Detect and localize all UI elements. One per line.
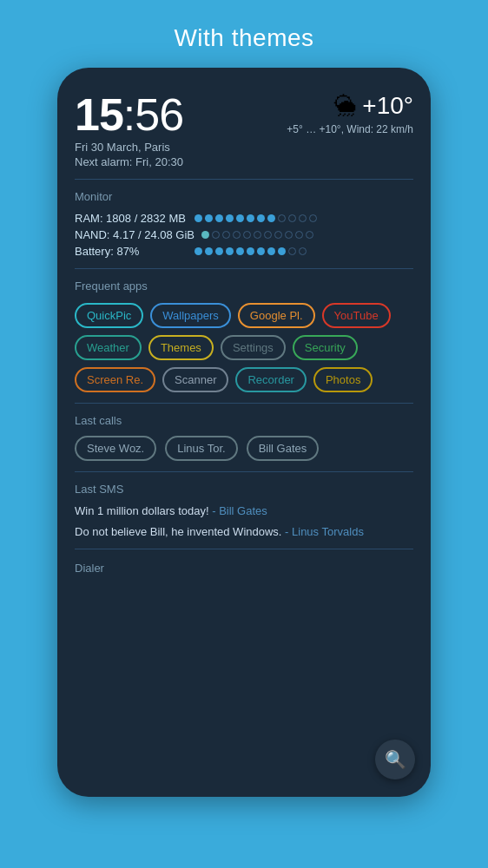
monitor-rows: RAM: 1808 / 2832 MB NAND: 4.17 / 24.08 G… xyxy=(69,208,419,261)
dot xyxy=(299,214,307,222)
dot xyxy=(195,247,202,255)
dot xyxy=(306,231,313,239)
clock-date: Fri 30 March, Paris xyxy=(75,141,183,154)
dot xyxy=(215,247,223,255)
dot xyxy=(233,231,241,239)
app-google-play[interactable]: Google Pl. xyxy=(238,303,315,328)
dot xyxy=(226,214,234,222)
ram-label: RAM: 1808 / 2832 MB xyxy=(75,212,188,225)
app-wallpapers[interactable]: Wallpapers xyxy=(150,303,231,328)
calls-row: Steve Woz. Linus Tor. Bill Gates xyxy=(69,432,419,464)
sms-sender-1: - Bill Gates xyxy=(212,504,267,517)
ram-dots xyxy=(195,214,317,222)
dot xyxy=(285,231,293,239)
sms-item-2: Do not believe Bill, he invented Windows… xyxy=(69,522,419,542)
weather-section: 🌦 +10° +5° … +10°, Wind: 22 km/h xyxy=(287,92,413,135)
dot xyxy=(247,247,254,255)
dot xyxy=(264,231,272,239)
app-screen-recorder[interactable]: Screen Re. xyxy=(75,367,155,392)
dot xyxy=(254,231,261,239)
weather-main: 🌦 +10° xyxy=(334,92,413,120)
divider-monitor xyxy=(75,268,413,269)
app-quickpic[interactable]: QuickPic xyxy=(75,303,143,328)
last-sms-label: Last SMS xyxy=(69,479,419,501)
monitor-label: Monitor xyxy=(69,187,419,208)
page-title: With themes xyxy=(174,24,313,52)
frequent-apps-label: Frequent apps xyxy=(69,276,419,298)
call-linus[interactable]: Linus Tor. xyxy=(165,436,237,461)
dot xyxy=(222,231,230,239)
app-settings[interactable]: Settings xyxy=(221,335,286,360)
dot xyxy=(205,214,213,222)
battery-dots xyxy=(195,247,307,255)
top-bar: 15:56 Fri 30 March, Paris Next alarm: Fr… xyxy=(69,85,419,172)
call-bill[interactable]: Bill Gates xyxy=(247,436,320,461)
sms-text-1: Win 1 million dollars today! xyxy=(75,504,212,517)
divider-calls xyxy=(75,471,413,472)
divider-sms xyxy=(75,549,413,549)
app-scanner[interactable]: Scanner xyxy=(162,367,228,392)
dot xyxy=(247,214,254,222)
monitor-nand-row: NAND: 4.17 / 24.08 GiB xyxy=(69,227,419,243)
dot xyxy=(212,231,220,239)
dot xyxy=(257,214,265,222)
dot xyxy=(267,214,275,222)
nand-dots xyxy=(201,231,313,239)
dot xyxy=(243,231,251,239)
weather-temperature: +10° xyxy=(362,92,413,120)
dot xyxy=(309,214,317,222)
dot xyxy=(267,247,275,255)
sms-text-2: Do not believe Bill, he invented Windows… xyxy=(75,525,285,538)
monitor-battery-row: Battery: 87% xyxy=(69,243,419,260)
weather-icon: 🌦 xyxy=(334,93,357,120)
search-icon: 🔍 xyxy=(385,749,406,770)
dot xyxy=(288,214,296,222)
app-weather[interactable]: Weather xyxy=(75,335,142,360)
search-fab[interactable]: 🔍 xyxy=(375,740,415,779)
last-calls-label: Last calls xyxy=(69,411,419,432)
sms-item-1: Win 1 million dollars today! - Bill Gate… xyxy=(69,501,419,522)
app-themes[interactable]: Themes xyxy=(148,335,214,360)
dot xyxy=(274,231,282,239)
app-recorder[interactable]: Recorder xyxy=(235,367,306,392)
clock-minutes: 56 xyxy=(135,89,183,140)
dot xyxy=(236,247,244,255)
dot xyxy=(278,247,286,255)
clock-hours: 15 xyxy=(75,89,123,140)
dot xyxy=(205,247,213,255)
app-youtube[interactable]: YouTube xyxy=(322,303,391,328)
weather-details: +5° … +10°, Wind: 22 km/h xyxy=(287,123,413,135)
clock-time: 15:56 xyxy=(75,92,183,137)
dot xyxy=(195,214,202,222)
clock-colon: : xyxy=(123,89,135,140)
dot xyxy=(201,231,209,239)
dot xyxy=(215,214,223,222)
battery-label: Battery: 87% xyxy=(75,245,188,258)
app-photos[interactable]: Photos xyxy=(313,367,373,392)
clock-alarm: Next alarm: Fri, 20:30 xyxy=(75,155,183,168)
dot xyxy=(288,247,296,255)
call-steve[interactable]: Steve Woz. xyxy=(75,436,156,461)
frequent-apps-grid: QuickPic Wallpapers Google Pl. YouTube W… xyxy=(69,298,419,396)
divider-apps xyxy=(75,403,413,404)
dot xyxy=(278,214,286,222)
app-security[interactable]: Security xyxy=(293,335,358,360)
dialer-label: Dialer xyxy=(69,556,419,575)
dot xyxy=(226,247,234,255)
sms-sender-2: - Linus Torvalds xyxy=(285,525,364,538)
divider-top xyxy=(75,179,413,180)
dot xyxy=(299,247,307,255)
monitor-ram-row: RAM: 1808 / 2832 MB xyxy=(69,210,419,227)
clock-section: 15:56 Fri 30 March, Paris Next alarm: Fr… xyxy=(75,92,183,168)
phone-frame: 15:56 Fri 30 March, Paris Next alarm: Fr… xyxy=(57,68,431,797)
dot xyxy=(257,247,265,255)
dot xyxy=(236,214,244,222)
dot xyxy=(295,231,303,239)
nand-label: NAND: 4.17 / 24.08 GiB xyxy=(75,228,195,241)
